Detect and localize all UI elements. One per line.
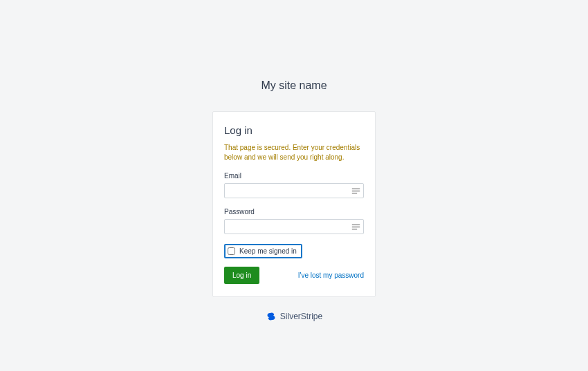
silverstripe-logo-icon [266, 311, 277, 322]
site-title: My site name [261, 79, 327, 92]
login-button[interactable]: Log in [224, 267, 259, 284]
email-input-wrapper [224, 183, 364, 208]
email-field[interactable] [224, 183, 364, 198]
brand-name: SilverStripe [280, 312, 322, 321]
lost-password-link[interactable]: I've lost my password [298, 272, 364, 279]
login-heading: Log in [224, 124, 364, 136]
brand-footer: SilverStripe [266, 311, 322, 322]
password-input-wrapper [224, 219, 364, 244]
remember-me-row[interactable]: Keep me signed in [224, 244, 302, 258]
password-label: Password [224, 208, 364, 216]
login-form: Log in That page is secured. Enter your … [212, 111, 376, 297]
remember-me-checkbox[interactable] [228, 247, 235, 255]
email-label: Email [224, 172, 364, 180]
secured-page-message: That page is secured. Enter your credent… [224, 143, 364, 162]
password-field[interactable] [224, 219, 364, 234]
actions-row: Log in I've lost my password [224, 267, 364, 284]
remember-me-label: Keep me signed in [239, 247, 297, 255]
